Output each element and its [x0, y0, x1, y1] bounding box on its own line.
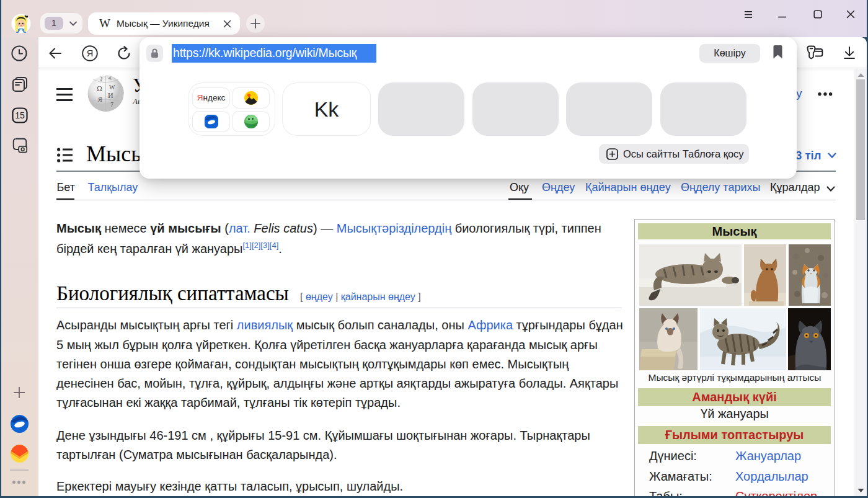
- svg-text:7: 7: [110, 101, 113, 108]
- svg-text:Я: Я: [87, 48, 93, 58]
- svg-text:W: W: [109, 84, 115, 91]
- svg-text:Я: Я: [98, 96, 102, 103]
- svg-text:Ω: Ω: [97, 84, 102, 93]
- svg-text:15: 15: [15, 110, 25, 120]
- svg-text:И: И: [108, 91, 113, 100]
